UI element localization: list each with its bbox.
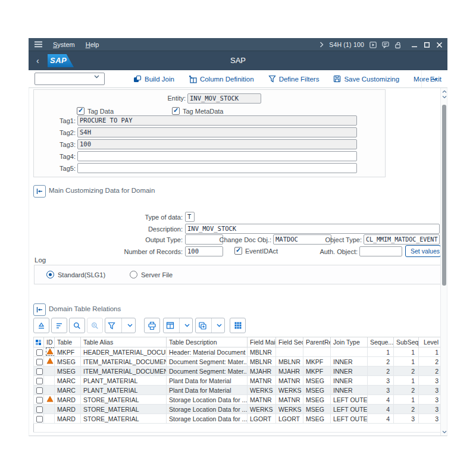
- cell-table-description: Document Segment: Mater...: [167, 367, 248, 376]
- row-select-checkbox[interactable]: [36, 387, 43, 394]
- auth-object-field[interactable]: [359, 246, 402, 256]
- row-select-checkbox[interactable]: [36, 397, 43, 403]
- minimize-button[interactable]: [411, 41, 418, 48]
- expand-chevron-icon[interactable]: [320, 42, 324, 48]
- column-header-subseq[interactable]: SubSeq.: [394, 337, 419, 347]
- copy-split-button[interactable]: [195, 318, 225, 333]
- cell-id: [44, 405, 55, 414]
- column-header-join-type[interactable]: Join Type: [331, 337, 368, 347]
- vertical-scrollbar[interactable]: [440, 88, 447, 436]
- table-row[interactable]: MARCPLANT_MATERIALPlant Data for Materia…: [34, 376, 443, 386]
- tag-field[interactable]: [77, 163, 357, 173]
- tag-field[interactable]: [77, 151, 357, 161]
- application-toolbar: Build Join Column Definition Define Filt…: [29, 70, 447, 88]
- lock-open-icon[interactable]: [394, 41, 402, 48]
- column-header-parentrel[interactable]: ParentRel: [303, 337, 331, 347]
- object-type-field[interactable]: CL_MMIM_MATDOC_EVENT: [364, 234, 440, 245]
- layout-combobox[interactable]: [35, 73, 105, 85]
- build-join-button[interactable]: Build Join: [133, 75, 174, 83]
- exit-button[interactable]: Exit: [421, 70, 441, 87]
- cell-sequence: 4: [368, 395, 394, 405]
- number-of-records-field[interactable]: 100: [185, 246, 223, 256]
- sort-descending-button[interactable]: [51, 318, 67, 333]
- column-header-field-sec[interactable]: Field Sec.: [276, 337, 303, 347]
- column-header-field-main[interactable]: Field Main: [248, 337, 276, 347]
- cell-table: MSEG: [55, 367, 81, 376]
- search-button[interactable]: [69, 318, 85, 333]
- table-row[interactable]: MARCPLANT_MATERIALPlant Data for Materia…: [34, 386, 443, 395]
- cell-level: 3: [419, 395, 443, 405]
- row-select-checkbox[interactable]: [36, 368, 43, 375]
- cell-table: MKPF: [55, 347, 81, 357]
- message-icon[interactable]: [382, 41, 389, 48]
- hamburger-menu-icon[interactable]: [35, 41, 42, 48]
- tag-field[interactable]: S4H: [77, 127, 357, 137]
- table-row[interactable]: MARDSTORE_MATERIALStorage Location Data …: [34, 414, 443, 424]
- tag-label: Tag5:: [34, 165, 76, 172]
- cell-table-description: Plant Data for Material: [167, 386, 248, 395]
- entity-field[interactable]: INV_MOV_STOCK: [187, 93, 261, 104]
- column-header-table-description[interactable]: Table Description: [167, 337, 248, 347]
- table-row[interactable]: MSEGITEM_MATERIAL_DOCUMENTDocument Segme…: [34, 357, 443, 367]
- scroll-down-icon[interactable]: [441, 95, 447, 99]
- column-header-level[interactable]: Level: [419, 337, 443, 347]
- cell-table-description: Storage Location Data for ...: [167, 395, 248, 405]
- section-expand-button-customizing[interactable]: [33, 185, 46, 198]
- export-split-button[interactable]: [163, 318, 193, 333]
- cell-field-sec: WERKS: [276, 405, 303, 414]
- row-select-checkbox[interactable]: [36, 416, 43, 422]
- tag-data-checkbox[interactable]: [77, 107, 84, 115]
- table-row[interactable]: MARDSTORE_MATERIALStorage Location Data …: [34, 395, 443, 405]
- set-values-button[interactable]: Set values: [405, 245, 441, 257]
- log-standard-radio[interactable]: [46, 271, 54, 278]
- column-header-id[interactable]: ID: [44, 337, 55, 347]
- row-select-checkbox[interactable]: [36, 359, 43, 365]
- menu-help[interactable]: Help: [86, 41, 99, 48]
- row-select-checkbox[interactable]: [36, 349, 43, 356]
- table-row[interactable]: MSEGITEM_MATERIAL_DOCUMENTDocument Segme…: [34, 367, 443, 376]
- scroll-up-icon[interactable]: [441, 89, 447, 94]
- log-server-file-radio[interactable]: [130, 271, 137, 278]
- filter-split-button[interactable]: [105, 318, 136, 333]
- cell-field-main: MJAHR: [248, 367, 276, 376]
- entity-label: Entity:: [34, 95, 186, 102]
- export-dropdown-chevron: [184, 324, 190, 327]
- tag-field[interactable]: PROCURE TO PAY: [77, 115, 357, 126]
- column-header-table[interactable]: Table: [55, 337, 81, 347]
- cell-level: 3: [419, 405, 443, 414]
- column-definition-button[interactable]: Column Definition: [189, 75, 254, 83]
- save-customizing-button[interactable]: Save Customizing: [333, 75, 399, 83]
- sort-ascending-button[interactable]: [33, 318, 49, 333]
- type-of-data-field[interactable]: T: [185, 212, 195, 222]
- scroll-down-icon[interactable]: [441, 430, 447, 434]
- gui-scripting-icon[interactable]: [369, 41, 377, 48]
- cell-parent-rel: MKPF: [303, 367, 331, 376]
- section-expand-button-relations[interactable]: [33, 303, 46, 316]
- select-all-header[interactable]: [34, 337, 44, 347]
- tag-field[interactable]: 100: [77, 139, 357, 149]
- column-header-table-alias[interactable]: Table Alias: [81, 337, 167, 347]
- row-select-checkbox[interactable]: [36, 378, 43, 384]
- table-settings-button[interactable]: [230, 318, 246, 333]
- cell-subseq: 1: [394, 376, 419, 386]
- event-id-act-checkbox[interactable]: [234, 247, 242, 255]
- table-row[interactable]: MARDSTORE_MATERIALStorage Location Data …: [34, 405, 443, 414]
- content-area: Entity: INV_MOV_STOCK Tag Data Tag MetaD…: [29, 88, 447, 436]
- search-next-button[interactable]: [87, 318, 103, 333]
- export-table-icon: [166, 321, 174, 330]
- print-button[interactable]: [144, 318, 160, 333]
- column-header-seque[interactable]: Seque...: [368, 337, 394, 347]
- warning-triangle-icon: [46, 348, 54, 355]
- cell-level: 2: [419, 357, 443, 367]
- close-button[interactable]: [436, 41, 443, 48]
- maximize-button[interactable]: [423, 41, 430, 48]
- define-filters-button[interactable]: Define Filters: [268, 75, 320, 83]
- tag-metadata-label: Tag MetaData: [183, 108, 223, 115]
- app-header: ‹ SAP SAP: [29, 51, 447, 70]
- tag-metadata-checkbox[interactable]: [172, 107, 180, 115]
- row-select-checkbox[interactable]: [36, 406, 43, 413]
- scrollbar-thumb[interactable]: [442, 105, 446, 286]
- menu-system[interactable]: System: [53, 41, 75, 48]
- table-row[interactable]: MKPFHEADER_MATERIAL_DOCUMENTHeader: Mate…: [34, 347, 443, 357]
- description-field[interactable]: INV_MOV_STOCK: [185, 224, 440, 234]
